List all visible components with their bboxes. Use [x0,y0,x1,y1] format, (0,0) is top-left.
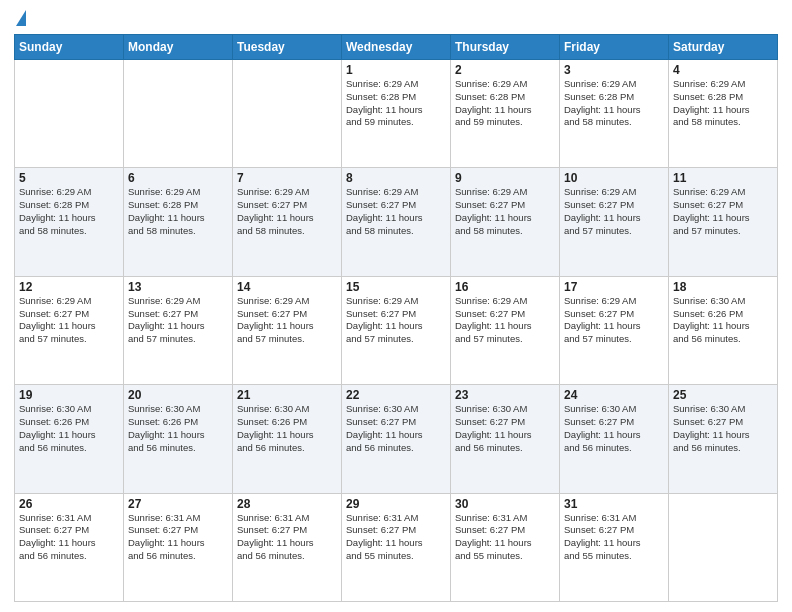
day-info: Sunrise: 6:31 AM Sunset: 6:27 PM Dayligh… [346,512,446,563]
calendar-cell: 16Sunrise: 6:29 AM Sunset: 6:27 PM Dayli… [451,276,560,384]
day-info: Sunrise: 6:29 AM Sunset: 6:27 PM Dayligh… [237,295,337,346]
calendar-cell: 2Sunrise: 6:29 AM Sunset: 6:28 PM Daylig… [451,60,560,168]
day-number: 30 [455,497,555,511]
day-info: Sunrise: 6:31 AM Sunset: 6:27 PM Dayligh… [455,512,555,563]
day-number: 10 [564,171,664,185]
day-info: Sunrise: 6:29 AM Sunset: 6:28 PM Dayligh… [346,78,446,129]
calendar-cell: 19Sunrise: 6:30 AM Sunset: 6:26 PM Dayli… [15,385,124,493]
weekday-header: Tuesday [233,35,342,60]
day-number: 9 [455,171,555,185]
day-number: 29 [346,497,446,511]
day-number: 13 [128,280,228,294]
day-number: 11 [673,171,773,185]
day-info: Sunrise: 6:29 AM Sunset: 6:28 PM Dayligh… [19,186,119,237]
day-number: 14 [237,280,337,294]
calendar-cell: 23Sunrise: 6:30 AM Sunset: 6:27 PM Dayli… [451,385,560,493]
day-info: Sunrise: 6:30 AM Sunset: 6:26 PM Dayligh… [237,403,337,454]
day-number: 19 [19,388,119,402]
day-number: 17 [564,280,664,294]
calendar-cell [669,493,778,601]
calendar-cell: 8Sunrise: 6:29 AM Sunset: 6:27 PM Daylig… [342,168,451,276]
day-info: Sunrise: 6:29 AM Sunset: 6:27 PM Dayligh… [673,186,773,237]
day-number: 31 [564,497,664,511]
day-info: Sunrise: 6:29 AM Sunset: 6:27 PM Dayligh… [455,295,555,346]
calendar-cell: 22Sunrise: 6:30 AM Sunset: 6:27 PM Dayli… [342,385,451,493]
calendar-cell: 15Sunrise: 6:29 AM Sunset: 6:27 PM Dayli… [342,276,451,384]
day-info: Sunrise: 6:29 AM Sunset: 6:27 PM Dayligh… [237,186,337,237]
day-number: 12 [19,280,119,294]
day-info: Sunrise: 6:29 AM Sunset: 6:28 PM Dayligh… [128,186,228,237]
calendar-cell: 18Sunrise: 6:30 AM Sunset: 6:26 PM Dayli… [669,276,778,384]
calendar-cell: 28Sunrise: 6:31 AM Sunset: 6:27 PM Dayli… [233,493,342,601]
page: SundayMondayTuesdayWednesdayThursdayFrid… [0,0,792,612]
weekday-header: Sunday [15,35,124,60]
calendar-cell: 4Sunrise: 6:29 AM Sunset: 6:28 PM Daylig… [669,60,778,168]
calendar-cell: 27Sunrise: 6:31 AM Sunset: 6:27 PM Dayli… [124,493,233,601]
day-info: Sunrise: 6:30 AM Sunset: 6:27 PM Dayligh… [564,403,664,454]
day-number: 5 [19,171,119,185]
day-info: Sunrise: 6:30 AM Sunset: 6:27 PM Dayligh… [673,403,773,454]
logo-triangle-icon [16,10,26,26]
day-number: 27 [128,497,228,511]
day-info: Sunrise: 6:29 AM Sunset: 6:27 PM Dayligh… [128,295,228,346]
day-info: Sunrise: 6:31 AM Sunset: 6:27 PM Dayligh… [564,512,664,563]
calendar-cell: 31Sunrise: 6:31 AM Sunset: 6:27 PM Dayli… [560,493,669,601]
header [14,10,778,28]
calendar-cell: 1Sunrise: 6:29 AM Sunset: 6:28 PM Daylig… [342,60,451,168]
day-info: Sunrise: 6:29 AM Sunset: 6:28 PM Dayligh… [455,78,555,129]
calendar-cell: 11Sunrise: 6:29 AM Sunset: 6:27 PM Dayli… [669,168,778,276]
day-number: 24 [564,388,664,402]
calendar-cell: 6Sunrise: 6:29 AM Sunset: 6:28 PM Daylig… [124,168,233,276]
day-info: Sunrise: 6:31 AM Sunset: 6:27 PM Dayligh… [19,512,119,563]
calendar-cell [233,60,342,168]
weekday-header: Friday [560,35,669,60]
day-number: 7 [237,171,337,185]
day-info: Sunrise: 6:29 AM Sunset: 6:28 PM Dayligh… [673,78,773,129]
calendar-cell: 7Sunrise: 6:29 AM Sunset: 6:27 PM Daylig… [233,168,342,276]
calendar-table: SundayMondayTuesdayWednesdayThursdayFrid… [14,34,778,602]
day-number: 2 [455,63,555,77]
calendar-cell [15,60,124,168]
calendar-cell: 13Sunrise: 6:29 AM Sunset: 6:27 PM Dayli… [124,276,233,384]
day-number: 8 [346,171,446,185]
calendar-cell: 24Sunrise: 6:30 AM Sunset: 6:27 PM Dayli… [560,385,669,493]
weekday-header: Saturday [669,35,778,60]
day-info: Sunrise: 6:29 AM Sunset: 6:28 PM Dayligh… [564,78,664,129]
day-number: 18 [673,280,773,294]
day-number: 15 [346,280,446,294]
calendar-cell [124,60,233,168]
day-info: Sunrise: 6:30 AM Sunset: 6:26 PM Dayligh… [673,295,773,346]
day-number: 25 [673,388,773,402]
day-info: Sunrise: 6:29 AM Sunset: 6:27 PM Dayligh… [455,186,555,237]
day-number: 26 [19,497,119,511]
day-number: 28 [237,497,337,511]
day-number: 4 [673,63,773,77]
day-info: Sunrise: 6:30 AM Sunset: 6:26 PM Dayligh… [19,403,119,454]
calendar-cell: 20Sunrise: 6:30 AM Sunset: 6:26 PM Dayli… [124,385,233,493]
day-info: Sunrise: 6:30 AM Sunset: 6:27 PM Dayligh… [455,403,555,454]
day-number: 22 [346,388,446,402]
calendar-cell: 26Sunrise: 6:31 AM Sunset: 6:27 PM Dayli… [15,493,124,601]
calendar-cell: 21Sunrise: 6:30 AM Sunset: 6:26 PM Dayli… [233,385,342,493]
calendar-cell: 3Sunrise: 6:29 AM Sunset: 6:28 PM Daylig… [560,60,669,168]
day-info: Sunrise: 6:30 AM Sunset: 6:27 PM Dayligh… [346,403,446,454]
calendar-cell: 25Sunrise: 6:30 AM Sunset: 6:27 PM Dayli… [669,385,778,493]
logo [14,10,26,28]
calendar-cell: 5Sunrise: 6:29 AM Sunset: 6:28 PM Daylig… [15,168,124,276]
weekday-header: Thursday [451,35,560,60]
day-number: 21 [237,388,337,402]
calendar-cell: 30Sunrise: 6:31 AM Sunset: 6:27 PM Dayli… [451,493,560,601]
calendar-cell: 29Sunrise: 6:31 AM Sunset: 6:27 PM Dayli… [342,493,451,601]
day-info: Sunrise: 6:31 AM Sunset: 6:27 PM Dayligh… [237,512,337,563]
day-info: Sunrise: 6:29 AM Sunset: 6:27 PM Dayligh… [564,186,664,237]
calendar-cell: 9Sunrise: 6:29 AM Sunset: 6:27 PM Daylig… [451,168,560,276]
weekday-header: Wednesday [342,35,451,60]
calendar-cell: 17Sunrise: 6:29 AM Sunset: 6:27 PM Dayli… [560,276,669,384]
day-info: Sunrise: 6:29 AM Sunset: 6:27 PM Dayligh… [346,186,446,237]
day-info: Sunrise: 6:29 AM Sunset: 6:27 PM Dayligh… [346,295,446,346]
day-info: Sunrise: 6:30 AM Sunset: 6:26 PM Dayligh… [128,403,228,454]
calendar-cell: 12Sunrise: 6:29 AM Sunset: 6:27 PM Dayli… [15,276,124,384]
weekday-header: Monday [124,35,233,60]
day-number: 20 [128,388,228,402]
day-number: 6 [128,171,228,185]
